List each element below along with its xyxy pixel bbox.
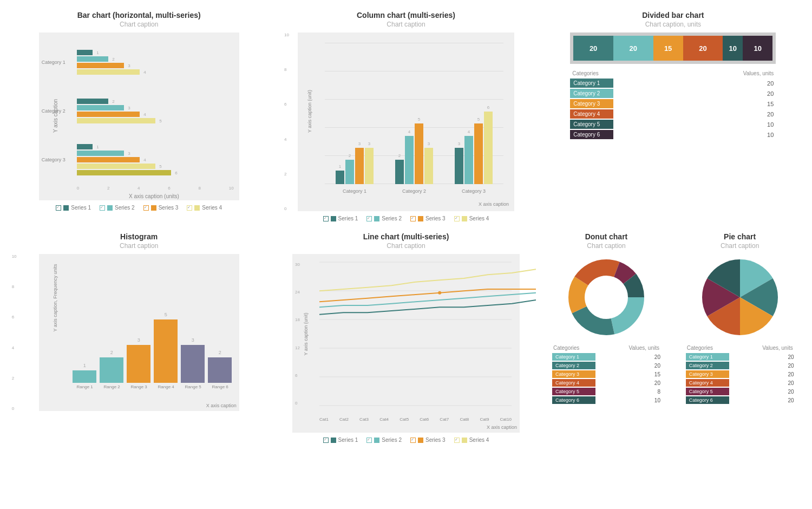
hbar-row-3-1: 1 <box>77 144 234 149</box>
col-bar: 3 <box>455 148 463 184</box>
hbar-group-2: Category 2 2 3 4 5 <box>77 87 234 135</box>
divided-row-3: Category 3 15 <box>570 99 776 108</box>
hbar-row-3-4: 5 <box>77 164 234 169</box>
column-title: Column chart (multi-series) <box>357 11 455 19</box>
pie-row-1: Category 1 20 <box>686 353 794 361</box>
hbar-bar: 3 <box>77 105 124 110</box>
col-bar: 1 <box>336 171 344 184</box>
hbar-y-label: Y axis caption <box>52 100 58 133</box>
divided-table-header: Categories Values, units <box>570 70 776 76</box>
col-bars-2: 2 4 5 3 <box>395 123 433 184</box>
donut-cat-2: Category 2 <box>552 362 595 369</box>
col-legend-2: Series 2 <box>366 216 402 221</box>
col-group-3: 3 4 5 6 Category 3 <box>455 112 493 184</box>
donut-row-6: Category 6 10 <box>552 396 660 404</box>
line-x-tick: Cat4 <box>379 417 389 422</box>
hbar-row-2-1: 2 <box>77 99 234 104</box>
line-y-tick: 12 <box>295 345 300 350</box>
hist-bar-wrap-1: 1 Range 1 <box>71 262 99 389</box>
divided-bar-wrap: 20 20 15 20 10 10 Categories Values, uni… <box>570 32 776 140</box>
donut-pie-row: Donut chart Chart caption <box>545 232 801 405</box>
line-legend-3: Series 3 <box>410 437 446 443</box>
y-tick: 4 <box>284 137 289 142</box>
legend-label: Series 4 <box>469 437 489 443</box>
col-cat-label-2: Category 2 <box>402 188 426 194</box>
line-series-1 <box>319 300 536 315</box>
line-caption: Chart caption <box>387 242 425 250</box>
divided-val-5: 10 <box>767 121 776 128</box>
col-bar: 2 <box>345 160 354 184</box>
legend-check <box>323 438 329 443</box>
donut-table: Categories Values, units Category 1 20 C… <box>552 345 660 405</box>
donut-val-1: 20 <box>654 354 660 360</box>
donut-cat-4: Category 4 <box>552 379 595 387</box>
legend-check <box>410 438 416 443</box>
hbar-x-ticks: 0 2 4 6 8 10 <box>77 186 234 191</box>
col-bar: 4 <box>405 136 414 184</box>
legend-label: Series 4 <box>469 216 489 221</box>
pie-col-val: Values, units <box>762 345 793 351</box>
divided-table: Categories Values, units Category 1 20 C… <box>570 70 776 139</box>
hbar-x-tick: 8 <box>199 186 201 191</box>
pie-cat-4: Category 4 <box>686 379 729 387</box>
line-chart-container: Line chart (multi-series) Chart caption … <box>278 232 534 443</box>
hist-bar-val-2: 2 <box>110 350 113 355</box>
line-y-tick: 24 <box>295 290 300 295</box>
legend-item-2: Series 2 <box>100 205 135 211</box>
donut-cat-5: Category 5 <box>552 388 595 395</box>
divided-row-4: Category 4 20 <box>570 109 776 119</box>
hbar-bar: 5 <box>77 164 155 169</box>
line-x-tick: Cat9 <box>480 417 489 422</box>
line-y-label: Y axis caption (unit) <box>303 331 308 356</box>
line-svg <box>319 262 512 406</box>
pie-val-6: 20 <box>788 397 794 403</box>
hist-bar-wrap-4: 5 Range 4 <box>153 262 180 389</box>
hist-label-1: Range 1 <box>77 384 93 389</box>
line-x-tick: Cat5 <box>400 417 409 422</box>
pie-val-4: 20 <box>788 380 794 386</box>
divided-cat-label-3: Category 3 <box>570 99 613 108</box>
divided-col-categories: Categories <box>572 70 598 76</box>
hbar-caption: Chart caption <box>120 21 158 28</box>
line-x-tick: Cat7 <box>440 417 449 422</box>
hist-bar-val-1: 1 <box>83 363 86 368</box>
col-bar: 3 <box>365 148 374 184</box>
divided-cat-label-5: Category 5 <box>570 120 613 129</box>
legend-check-1 <box>56 205 61 211</box>
hbar-bar: 2 <box>77 56 108 62</box>
column-caption: Chart caption <box>387 21 425 28</box>
hbar-bar: 4 <box>77 157 140 162</box>
pie-row-3: Category 3 20 <box>686 370 794 378</box>
pie-col-cat: Categories <box>687 345 713 351</box>
donut-val-3: 15 <box>654 371 660 377</box>
divided-chart-container: Divided bar chart Chart caption, units 2… <box>545 11 801 221</box>
hbar-row-1-3: 3 <box>77 63 234 68</box>
col-legend-3: Series 3 <box>410 216 446 221</box>
hist-label-5: Range 5 <box>185 384 201 389</box>
hbar-row-1-1: 1 <box>77 50 234 55</box>
divided-caption: Chart caption, units <box>645 21 701 28</box>
histogram-container: Histogram Chart caption Y axis caption, … <box>11 232 267 443</box>
histogram-bars: 1 Range 1 2 Range 2 3 Range 3 <box>71 262 234 389</box>
donut-col-val: Values, units <box>628 345 659 351</box>
legend-label: Series 3 <box>425 216 446 221</box>
hbar-title: Bar chart (horizontal, multi-series) <box>77 11 201 19</box>
legend-color <box>331 216 336 221</box>
donut-caption: Chart caption <box>587 242 625 250</box>
pie-cat-3: Category 3 <box>686 370 729 378</box>
donut-hole <box>587 278 625 316</box>
hbar-chart-area: Y axis caption Category 1 1 2 3 4 <box>39 32 239 200</box>
pie-row-2: Category 2 20 <box>686 362 794 369</box>
col-bar: 5 <box>415 123 423 184</box>
legend-check-4 <box>187 205 192 211</box>
line-y-tick: 6 <box>295 373 300 378</box>
col-bar: 3 <box>424 148 433 184</box>
hbar-group-label-1: Category 1 <box>42 60 66 65</box>
col-legend-4: Series 4 <box>454 216 489 221</box>
hbar-bar: 4 <box>77 69 140 75</box>
hbar-row-3-5: 6 <box>77 170 234 175</box>
pie-caption: Chart caption <box>721 242 759 250</box>
hist-label-2: Range 2 <box>104 384 120 389</box>
hist-bar-2: 2 <box>100 357 124 383</box>
hbar-row-1-2: 2 <box>77 56 234 62</box>
